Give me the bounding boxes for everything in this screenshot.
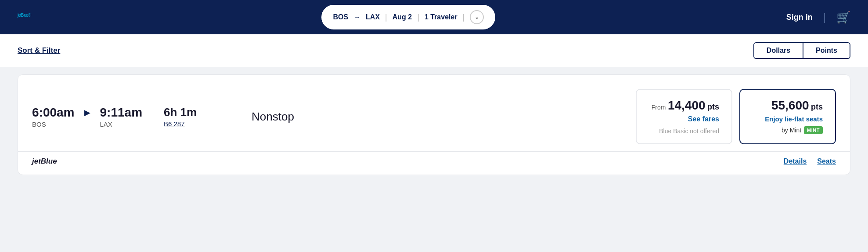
sign-in-button[interactable]: Sign in: [786, 13, 813, 22]
flight-number[interactable]: B6 287: [164, 120, 225, 128]
see-fares-link[interactable]: See fares: [649, 115, 719, 123]
arrive-time: 9:11am: [100, 106, 143, 120]
origin-code: BOS: [333, 13, 348, 21]
depart-time: 6:00am: [32, 106, 75, 120]
divider-3: |: [463, 13, 465, 22]
main-content: 6:00am BOS ▶ 9:11am LAX 6h 1m B6 287 Non…: [0, 67, 868, 186]
economy-fare-card[interactable]: From 14,400 pts See fares Blue Basic not…: [636, 89, 732, 144]
duration-value: 6h 1m: [164, 106, 225, 119]
header-right: Sign in | 🛒: [786, 11, 850, 24]
flight-times: 6:00am BOS ▶ 9:11am LAX: [32, 106, 146, 128]
footer-links: Details Seats: [784, 157, 836, 165]
header: jetBlue® BOS → LAX | Aug 2 | 1 Traveler …: [0, 0, 868, 34]
seats-link[interactable]: Seats: [817, 157, 836, 165]
points-button[interactable]: Points: [803, 43, 850, 58]
dollars-button[interactable]: Dollars: [754, 43, 803, 58]
flight-card: 6:00am BOS ▶ 9:11am LAX 6h 1m B6 287 Non…: [18, 74, 850, 175]
flight-row: 6:00am BOS ▶ 9:11am LAX 6h 1m B6 287 Non…: [18, 75, 850, 151]
lie-flat-label: Enjoy lie-flat seats: [753, 115, 823, 123]
divider-1: |: [385, 13, 387, 22]
logo-trademark: ®: [28, 13, 31, 18]
flight-footer: jetBlue Details Seats: [18, 151, 850, 175]
travelers-label: 1 Traveler: [425, 13, 457, 21]
depart-airport: BOS: [32, 121, 75, 128]
destination-code: LAX: [366, 13, 380, 21]
divider-2: |: [417, 13, 419, 22]
airline-name: jetBlue: [32, 157, 57, 166]
arrive-info: 9:11am LAX: [100, 106, 143, 128]
mint-pts-unit: pts: [811, 102, 823, 111]
flight-arrow-icon: ▶: [84, 108, 90, 125]
fare-cards: From 14,400 pts See fares Blue Basic not…: [629, 89, 836, 144]
currency-toggle: Dollars Points: [753, 42, 850, 59]
toolbar: Sort & Filter Dollars Points: [0, 34, 868, 67]
route-arrow: →: [353, 13, 360, 21]
depart-info: 6:00am BOS: [32, 106, 75, 128]
economy-points: 14,400: [668, 99, 706, 112]
mint-badge: MINT: [804, 126, 823, 134]
by-mint-text: by Mint: [782, 127, 801, 134]
logo: jetBlue®: [18, 9, 31, 26]
mint-pts-row: 55,600 pts: [753, 99, 823, 113]
search-expand-icon[interactable]: ⌄: [470, 10, 484, 24]
cart-icon[interactable]: 🛒: [836, 11, 850, 24]
economy-pts-unit: pts: [707, 102, 719, 111]
from-text: From: [652, 104, 666, 111]
fare-from-label: From 14,400 pts: [649, 99, 719, 113]
arrive-airport: LAX: [100, 121, 143, 128]
search-date: Aug 2: [393, 13, 412, 21]
sort-filter-button[interactable]: Sort & Filter: [18, 46, 60, 55]
flight-stops: Nonstop: [225, 110, 629, 124]
search-pill[interactable]: BOS → LAX | Aug 2 | 1 Traveler | ⌄: [321, 5, 495, 29]
fare-note: Blue Basic not offered: [649, 128, 719, 135]
logo-text: jetBlue: [18, 13, 28, 18]
mint-fare-card[interactable]: 55,600 pts Enjoy lie-flat seats by Mint …: [739, 89, 836, 144]
mint-points: 55,600: [771, 99, 809, 112]
details-link[interactable]: Details: [784, 157, 807, 165]
header-divider: |: [823, 11, 826, 23]
by-mint-row: by Mint MINT: [753, 126, 823, 134]
flight-duration: 6h 1m B6 287: [146, 106, 225, 128]
